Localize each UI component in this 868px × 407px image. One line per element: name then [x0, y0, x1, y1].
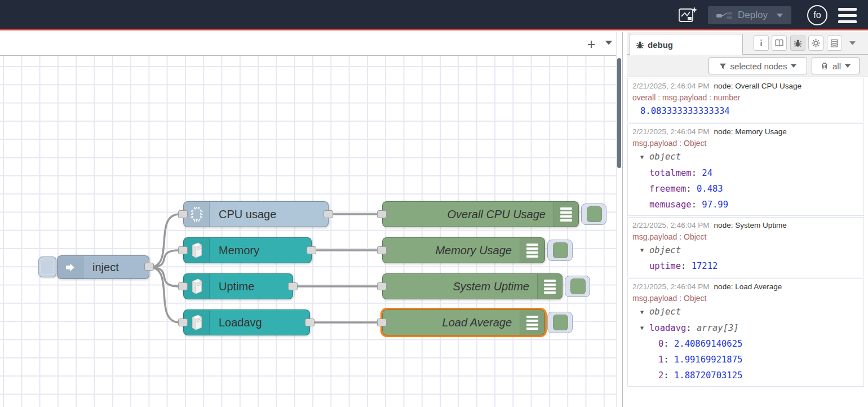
- debug-console-icon: [520, 238, 544, 263]
- debug-message[interactable]: 2/21/2025, 2:46:04 PMnode: System Uptime…: [627, 217, 864, 278]
- node-debug-memory[interactable]: Memory Usage: [382, 237, 545, 263]
- payload-key: loadavg: [649, 323, 686, 333]
- debug-memory-input-port[interactable]: [377, 246, 387, 254]
- node-debug-loadavg[interactable]: Load Average: [382, 309, 545, 335]
- node-cpu-usage[interactable]: CPU usage: [183, 201, 329, 227]
- node-uptime[interactable]: Uptime: [183, 273, 293, 299]
- payload-row: ▼loadavg: array[3]: [632, 320, 860, 337]
- config-tab-button[interactable]: [808, 36, 823, 51]
- payload-type-label: array[3]: [697, 323, 739, 333]
- flow-canvas[interactable]: inject CPU usage: [0, 56, 616, 407]
- payload-type-label: object: [649, 152, 681, 162]
- payload-row: ▼object: [632, 149, 860, 165]
- expand-caret-icon[interactable]: ▼: [640, 320, 649, 336]
- deploy-nodes-icon: [716, 11, 732, 20]
- message-timestamp: 2/21/2025, 2:46:04 PM: [632, 282, 710, 291]
- expand-caret-icon[interactable]: ▼: [640, 242, 649, 258]
- payload-type-label: object: [649, 245, 681, 255]
- context-tab-button[interactable]: [827, 36, 842, 51]
- cpu-input-port[interactable]: [178, 210, 188, 218]
- debug-console-icon: [537, 274, 562, 299]
- payload-row: 0: 2.40869140625: [632, 336, 860, 352]
- payload-row: 2: 1.88720703125: [632, 368, 860, 383]
- flow-list-caret-icon[interactable]: [605, 41, 612, 45]
- payload-key: uptime: [649, 261, 681, 271]
- sidebar-divider[interactable]: [622, 32, 623, 407]
- tab-debug[interactable]: debug: [630, 34, 743, 55]
- add-flow-button[interactable]: +: [582, 34, 601, 54]
- sidebar-menu-caret-icon[interactable]: [849, 41, 856, 45]
- loadavg-output-port[interactable]: [305, 318, 315, 326]
- deploy-caret-icon[interactable]: [777, 14, 783, 17]
- debug-message[interactable]: 2/21/2025, 2:46:04 PMnode: Load Averagem…: [627, 278, 864, 387]
- node-red-app: Deploy fo +: [0, 0, 868, 407]
- node-loadavg[interactable]: Loadavg: [183, 309, 310, 335]
- node-label: Memory: [219, 244, 259, 257]
- inject-output-port[interactable]: [144, 263, 154, 271]
- debug-clear-button[interactable]: all: [812, 57, 860, 74]
- payload-value: 2.40869140625: [674, 339, 742, 349]
- trash-icon: [821, 62, 829, 70]
- node-memory[interactable]: Memory: [183, 237, 312, 263]
- payload-type-label: object: [649, 307, 681, 317]
- caret-down-icon: [791, 64, 796, 68]
- payload-row: freemem: 0.483: [632, 181, 860, 197]
- wire-inject-uptime[interactable]: [149, 267, 180, 286]
- debug-overall-cpu-input-port[interactable]: [377, 210, 387, 218]
- debug-toggle-memory[interactable]: [547, 240, 573, 261]
- debug-message[interactable]: 2/21/2025, 2:46:04 PMnode: Memory Usagem…: [627, 123, 864, 216]
- debug-message-list[interactable]: 2/21/2025, 2:46:04 PMnode: Overall CPU U…: [627, 77, 868, 407]
- debug-toggle-uptime[interactable]: [565, 276, 590, 297]
- message-source-node: node: Memory Usage: [714, 127, 787, 136]
- help-tab-button[interactable]: [772, 36, 787, 51]
- debug-toggle-loadavg[interactable]: [547, 312, 573, 333]
- expand-caret-icon[interactable]: ▼: [640, 149, 649, 165]
- debug-filter-button[interactable]: selected nodes: [708, 57, 807, 74]
- cpu-output-port[interactable]: [324, 210, 333, 218]
- debug-message[interactable]: 2/21/2025, 2:46:04 PMnode: Overall CPU U…: [627, 78, 864, 122]
- loadavg-input-port[interactable]: [178, 318, 188, 326]
- main-menu-icon[interactable]: [838, 8, 857, 23]
- info-tab-button[interactable]: i: [754, 36, 769, 51]
- uptime-input-port[interactable]: [178, 282, 188, 290]
- node-inject[interactable]: inject: [57, 255, 149, 279]
- message-source-node: node: System Uptime: [714, 221, 787, 229]
- payload-value: 8.083333333333334: [640, 106, 730, 116]
- payload-key: freemem: [649, 184, 686, 194]
- node-label: Uptime: [219, 280, 254, 293]
- memory-input-port[interactable]: [178, 246, 188, 254]
- flow-assistant-icon[interactable]: [676, 5, 699, 26]
- payload-value: 1.99169921875: [674, 355, 742, 365]
- expand-caret-icon[interactable]: ▼: [640, 304, 649, 320]
- debug-loadavg-input-port[interactable]: [377, 318, 387, 326]
- canvas-scrollbar-thumb[interactable]: [617, 58, 621, 168]
- flow-tabstrip: [0, 32, 616, 56]
- debug-toolbar: selected nodes all: [627, 55, 868, 77]
- message-meta: msg.payload : Object: [632, 138, 860, 149]
- debug-tab-button[interactable]: [790, 36, 805, 51]
- node-label: Loadavg: [219, 316, 262, 329]
- inject-trigger-button[interactable]: [38, 256, 56, 277]
- uptime-output-port[interactable]: [288, 282, 298, 290]
- debug-uptime-input-port[interactable]: [377, 282, 387, 290]
- payload-row: 8.083333333333334: [632, 103, 860, 119]
- info-icon: i: [760, 38, 762, 48]
- node-label: inject: [92, 261, 119, 274]
- wire-inject-memory[interactable]: [149, 250, 180, 267]
- sidebar-tabstrip: debug i: [627, 32, 868, 55]
- wires-layer: [0, 56, 616, 407]
- payload-row: ▼object: [632, 242, 860, 259]
- debug-toggle-overall-cpu[interactable]: [581, 203, 606, 225]
- user-avatar[interactable]: fo: [807, 5, 827, 25]
- payload-key: totalmem: [649, 168, 692, 178]
- node-debug-overall-cpu[interactable]: Overall CPU Usage: [382, 201, 579, 227]
- payload-row: 1: 1.99169921875: [632, 352, 860, 368]
- deploy-button[interactable]: Deploy: [708, 6, 791, 24]
- payload-row: totalmem: 24: [632, 165, 860, 181]
- book-icon: [774, 38, 784, 48]
- memory-output-port[interactable]: [307, 246, 316, 254]
- sidebar: debug i: [627, 32, 868, 407]
- node-debug-uptime[interactable]: System Uptime: [382, 273, 563, 299]
- payload-value: 0.483: [697, 184, 723, 194]
- deploy-label: Deploy: [738, 10, 768, 21]
